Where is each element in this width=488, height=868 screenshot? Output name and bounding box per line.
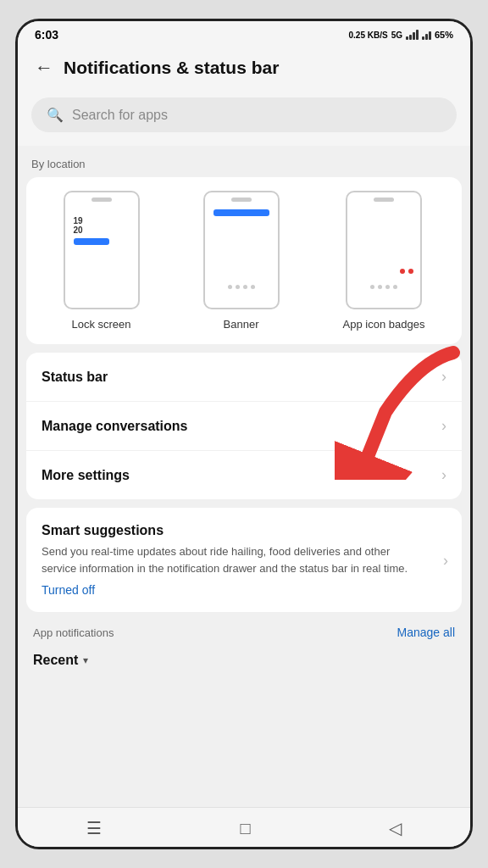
- home-nav-icon[interactable]: □: [240, 819, 250, 838]
- by-location-label: By location: [18, 146, 470, 177]
- banner-mockup: [203, 191, 280, 309]
- search-icon: 🔍: [47, 107, 64, 123]
- notification-cards-container: 1920 Lock screen: [26, 177, 462, 344]
- smart-suggestions-title: Smart suggestions: [42, 523, 446, 538]
- badge-dot-2: [408, 269, 413, 274]
- battery-percent: 65%: [435, 30, 453, 40]
- bottom-spacer: [18, 675, 470, 692]
- smart-suggestions-section[interactable]: Smart suggestions Send you real-time upd…: [26, 508, 462, 612]
- status-bar-top: 6:03 0.25 KB/S 5G 65%: [18, 21, 470, 45]
- status-icons: 0.25 KB/S 5G 65%: [348, 30, 453, 40]
- bottom-nav: ☰ □ ◁: [18, 807, 470, 847]
- badge-dot-1: [400, 269, 405, 274]
- lock-time: 1920: [74, 216, 83, 235]
- search-bar[interactable]: 🔍 Search for apps: [31, 97, 457, 132]
- manage-all-button[interactable]: Manage all: [397, 626, 456, 639]
- recent-label: Recent: [33, 653, 78, 668]
- more-settings-label: More settings: [42, 468, 130, 483]
- content-area: 🔍 Search for apps By location 1920 Lock …: [18, 91, 470, 807]
- chevron-icon-status-bar: ›: [441, 368, 446, 386]
- chevron-icon-more-settings: ›: [441, 466, 446, 484]
- back-nav-icon[interactable]: ◁: [389, 818, 402, 838]
- lock-screen-card[interactable]: 1920 Lock screen: [64, 191, 140, 331]
- banner-notification-bar: [214, 209, 269, 216]
- app-notifications-label: App notifications: [33, 626, 114, 639]
- lock-screen-mockup: 1920: [64, 191, 140, 309]
- search-section: 🔍 Search for apps: [18, 91, 470, 146]
- page-title: Notifications & status bar: [64, 58, 279, 78]
- page-header: ← Notifications & status bar: [18, 45, 470, 91]
- manage-conversations-item[interactable]: Manage conversations ›: [26, 402, 462, 451]
- wifi-icon: [422, 30, 431, 40]
- chevron-icon-manage-conversations: ›: [441, 417, 446, 435]
- back-button[interactable]: ←: [35, 57, 53, 79]
- app-icon-badges-mockup: [346, 191, 422, 309]
- network-type: 5G: [391, 31, 402, 40]
- mockup-notch-3: [374, 198, 394, 202]
- app-icon-dots: [400, 269, 420, 274]
- clock: 6:03: [35, 28, 58, 42]
- banner-card[interactable]: Banner: [203, 191, 280, 331]
- chevron-icon-smart: ›: [443, 551, 448, 569]
- mockup-notch-2: [231, 198, 252, 202]
- smart-suggestions-desc: Send you real-time updates about ride ha…: [42, 543, 446, 576]
- lock-screen-label: Lock screen: [71, 318, 130, 331]
- lock-screen-content: 1920: [65, 216, 138, 245]
- smart-suggestions-status: Turned off: [42, 583, 446, 597]
- lock-notification-bar: [74, 238, 109, 245]
- more-settings-item[interactable]: More settings ›: [26, 451, 462, 499]
- app-notifications-header: App notifications Manage all: [18, 612, 470, 644]
- search-placeholder: Search for apps: [72, 108, 168, 123]
- app-icon-dots-row2: [347, 285, 420, 289]
- menu-nav-icon[interactable]: ☰: [86, 818, 102, 838]
- app-icon-badges-label: App icon badges: [343, 318, 425, 331]
- settings-list: Status bar › Manage conversations › More…: [26, 353, 462, 499]
- signal-icon: [406, 30, 419, 40]
- dropdown-arrow-icon[interactable]: ▾: [83, 654, 88, 666]
- banner-label: Banner: [224, 318, 259, 331]
- app-icon-badges-card[interactable]: App icon badges: [343, 191, 425, 331]
- network-speed: 0.25 KB/S: [348, 31, 387, 40]
- status-bar-item[interactable]: Status bar ›: [26, 353, 462, 402]
- status-bar-label: Status bar: [42, 370, 108, 385]
- manage-conversations-label: Manage conversations: [42, 419, 188, 434]
- banner-dots: [205, 285, 278, 289]
- recent-header: Recent ▾: [18, 644, 470, 675]
- mockup-notch: [92, 198, 112, 202]
